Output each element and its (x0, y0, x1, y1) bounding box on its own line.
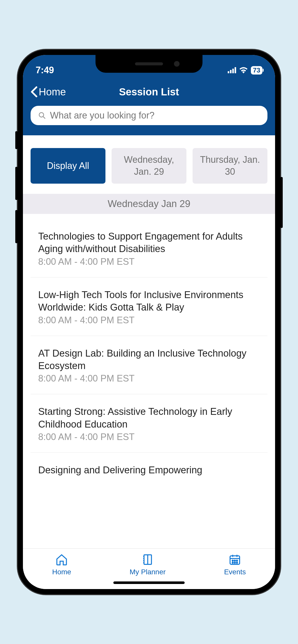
session-list[interactable]: Technologies to Support Engagement for A… (23, 214, 275, 548)
session-item[interactable]: Designing and Delivering Empowering (31, 453, 267, 488)
back-button[interactable]: Home (23, 86, 66, 98)
svg-point-12 (232, 560, 233, 561)
silence-switch[interactable] (15, 131, 18, 149)
session-item[interactable]: Starting Strong: Assistive Technology in… (31, 394, 267, 453)
front-camera (174, 61, 180, 67)
tab-display-all[interactable]: Display All (31, 148, 105, 184)
home-icon (55, 553, 68, 566)
session-title: Low-High Tech Tools for Inclusive Enviro… (38, 289, 260, 314)
svg-line-1 (43, 116, 45, 119)
cellular-icon (228, 67, 236, 73)
tab-label: Home (52, 568, 71, 576)
status-time: 7:49 (36, 65, 54, 76)
session-item[interactable]: Low-High Tech Tools for Inclusive Enviro… (31, 277, 267, 336)
svg-point-17 (237, 562, 238, 563)
nav-title: Session List (119, 86, 179, 98)
session-title: Starting Strong: Assistive Technology in… (38, 405, 260, 431)
volume-down-button[interactable] (15, 210, 18, 243)
tab-label: Events (224, 568, 246, 576)
svg-point-13 (234, 560, 235, 561)
back-label: Home (39, 86, 66, 98)
session-title: Designing and Delivering Empowering (38, 464, 260, 476)
session-item[interactable]: AT Design Lab: Building an Inclusive Tec… (31, 336, 267, 394)
wifi-icon (239, 67, 248, 74)
phone-screen: 7:49 73 Home Session List (23, 55, 275, 589)
home-indicator[interactable] (113, 581, 185, 584)
power-button[interactable] (280, 177, 283, 228)
tab-my-planner[interactable]: My Planner (130, 553, 166, 576)
session-time: 8:00 AM - 4:00 PM EST (38, 432, 260, 442)
tab-home[interactable]: Home (52, 553, 71, 576)
filter-tabs: Display All Wednesday, Jan. 29 Thursday,… (23, 135, 275, 194)
session-time: 8:00 AM - 4:00 PM EST (38, 373, 260, 384)
session-time: 8:00 AM - 4:00 PM EST (38, 256, 260, 267)
phone-frame: 7:49 73 Home Session List (18, 50, 280, 594)
tab-wednesday[interactable]: Wednesday, Jan. 29 (112, 148, 186, 184)
svg-point-14 (237, 560, 238, 561)
svg-point-15 (232, 562, 233, 563)
session-time: 8:00 AM - 4:00 PM EST (38, 315, 260, 326)
tab-events[interactable]: Events (224, 553, 246, 576)
tab-label: My Planner (130, 568, 166, 576)
status-indicators: 73 (228, 66, 262, 75)
search-icon (38, 111, 46, 120)
search-input[interactable] (50, 110, 260, 121)
battery-indicator: 73 (251, 66, 262, 75)
date-section-header: Wednesday Jan 29 (23, 194, 275, 214)
planner-icon (141, 553, 154, 566)
session-item[interactable]: Technologies to Support Engagement for A… (31, 219, 267, 277)
svg-point-16 (234, 562, 235, 563)
nav-header: Home Session List (23, 80, 275, 103)
tab-label: Display All (47, 160, 89, 172)
search-field[interactable] (31, 106, 267, 125)
search-container (23, 103, 275, 135)
tab-label: Thursday, Jan. 30 (195, 154, 265, 178)
session-title: AT Design Lab: Building an Inclusive Tec… (38, 347, 260, 372)
volume-up-button[interactable] (15, 167, 18, 200)
tab-label: Wednesday, Jan. 29 (114, 154, 184, 178)
notch (96, 55, 202, 73)
tab-thursday[interactable]: Thursday, Jan. 30 (193, 148, 267, 184)
calendar-icon (228, 553, 241, 566)
speaker (135, 62, 163, 65)
chevron-left-icon (31, 86, 38, 97)
session-title: Technologies to Support Engagement for A… (38, 230, 260, 255)
